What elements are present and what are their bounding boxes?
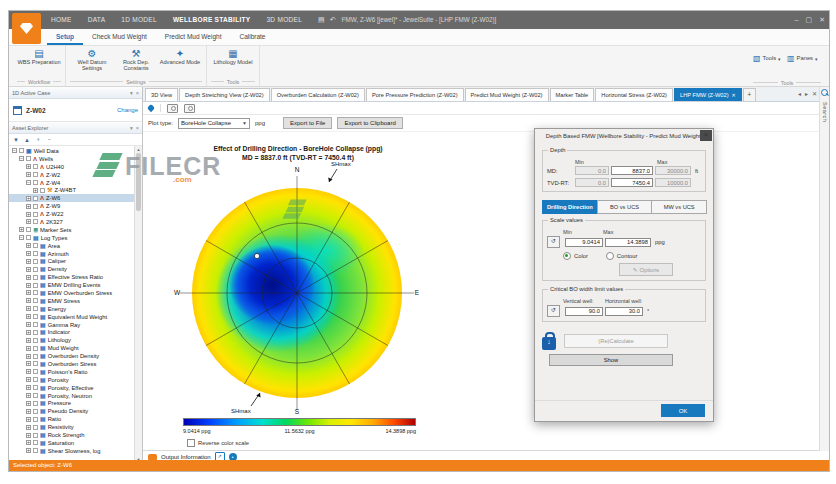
panel-close-icon[interactable]: ×: [136, 90, 139, 96]
tree-checkbox[interactable]: [33, 322, 38, 327]
tree-checkbox[interactable]: [33, 440, 38, 445]
expand-expand-icon[interactable]: +: [26, 298, 31, 303]
dialog-tab-drilling-direction[interactable]: Drilling Direction: [542, 200, 598, 214]
app-logo-icon[interactable]: [12, 13, 41, 44]
tree-item-z-w9[interactable]: +ΛZ-W9: [9, 202, 134, 210]
tree-checkbox[interactable]: [33, 401, 38, 406]
scale-min-field[interactable]: [565, 238, 603, 247]
ok-button[interactable]: OK: [661, 404, 705, 417]
tree-item-shear-slowness-log[interactable]: +▤Shear Slowness, log: [9, 447, 134, 455]
ribbon-button-tools[interactable]: ▧Tools▾: [753, 47, 787, 64]
expand-expand-icon[interactable]: +: [26, 401, 31, 406]
tree-checkbox[interactable]: [33, 164, 38, 169]
md-max-field[interactable]: [655, 166, 691, 175]
tree-checkbox[interactable]: [33, 243, 38, 248]
zoom-out-icon[interactable]: －: [46, 135, 52, 144]
scale-max-field[interactable]: [605, 238, 651, 247]
tree-item-resistivity[interactable]: +▤Resistivity: [9, 423, 134, 431]
subtab-calibrate[interactable]: Calibrate: [230, 29, 274, 45]
tree-checkbox[interactable]: [33, 448, 38, 453]
tree-checkbox[interactable]: [33, 275, 38, 280]
expand-expand-icon[interactable]: +: [26, 196, 31, 201]
subtab-predict-mud-weight[interactable]: Predict Mud Weight: [156, 29, 231, 45]
expand-expand-icon[interactable]: +: [26, 393, 31, 398]
tree-item-azimuth[interactable]: +▤Azimuth: [9, 250, 134, 258]
subtab-check-mud-weight[interactable]: Check Mud Weight: [83, 29, 156, 45]
md-min-field[interactable]: [575, 166, 609, 175]
color-radio[interactable]: Color: [563, 252, 588, 260]
tree-checkbox[interactable]: [33, 290, 38, 295]
export-file-button[interactable]: Export to File: [283, 117, 332, 129]
expand-expand-icon[interactable]: +: [26, 314, 31, 319]
tree-item-caliper[interactable]: +▤Caliper: [9, 257, 134, 265]
tree-checkbox[interactable]: [33, 204, 38, 209]
tree-item-marker-sets[interactable]: +≣Marker Sets: [9, 226, 134, 234]
horizontal-well-field[interactable]: [605, 307, 643, 316]
tree-item-ratio[interactable]: +▤Ratio: [9, 415, 134, 423]
tree-checkbox[interactable]: [26, 227, 31, 232]
tvd-min-field[interactable]: [575, 178, 609, 187]
expand-expand-icon[interactable]: +: [26, 164, 31, 169]
tree-item-emw-drilling-events[interactable]: +▤EMW Drilling Events: [9, 281, 134, 289]
tree-checkbox[interactable]: [33, 409, 38, 414]
tree-checkbox[interactable]: [33, 354, 38, 359]
expand-collapse-icon[interactable]: −: [19, 235, 24, 240]
dialog-close-icon[interactable]: ✕: [700, 130, 712, 141]
expand-expand-icon[interactable]: +: [26, 330, 31, 335]
dialog-title-bar[interactable]: Depth Based FMW [Wellbore Stability - Pr…: [535, 129, 713, 143]
expand-expand-icon[interactable]: +: [26, 267, 31, 272]
expand-expand-icon[interactable]: +: [26, 243, 31, 248]
expand-expand-icon[interactable]: +: [26, 322, 31, 327]
filter-down-icon[interactable]: ▼: [13, 137, 19, 143]
expand-collapse-icon[interactable]: −: [12, 148, 17, 153]
tree-checkbox[interactable]: [33, 314, 38, 319]
undo-icon[interactable]: ↺: [547, 236, 560, 248]
tree-item-equivalent-mud-weight[interactable]: +▤Equivalent Mud Weight: [9, 313, 134, 321]
tree-item-wells[interactable]: −ΛWells: [9, 155, 134, 163]
expand-expand-icon[interactable]: +: [26, 204, 31, 209]
tree-checkbox[interactable]: [33, 338, 38, 343]
ribbon-tab-wellbore-stability[interactable]: WELLBORE STABILITY: [165, 11, 259, 29]
prev-tab-icon[interactable]: ◂: [798, 88, 801, 101]
tree-item-pseudo-density[interactable]: +▤Pseudo Density: [9, 407, 134, 415]
map-pin-icon[interactable]: [147, 104, 155, 112]
ribbon-tab-data[interactable]: DATA: [80, 11, 114, 29]
expand-collapse-icon[interactable]: −: [19, 156, 24, 161]
tree-item-z-w4bt[interactable]: +⚒Z-W4BT: [9, 186, 134, 194]
tree-checkbox[interactable]: [19, 148, 24, 153]
doc-tab-horizontal-stress-z-w02[interactable]: Horizontal Stress (Z-W02): [595, 88, 673, 101]
export-clipboard-button[interactable]: Export to Clipboard: [337, 117, 402, 129]
tree-item-emw-stress[interactable]: +▤EMW Stress: [9, 297, 134, 305]
panel-menu-icon[interactable]: ▾: [130, 90, 133, 96]
tree-item-energy[interactable]: +▤Energy: [9, 305, 134, 313]
expand-collapse-icon[interactable]: −: [26, 180, 31, 185]
tvd-max-field[interactable]: [655, 178, 691, 187]
tree-item-z-w2[interactable]: +ΛZ-W2: [9, 171, 134, 179]
doc-tab-depth-stretching-view-z-w02[interactable]: Depth Stretching View (Z-W02): [179, 88, 270, 101]
expand-expand-icon[interactable]: +: [26, 219, 31, 224]
tree-checkbox[interactable]: [33, 212, 38, 217]
expand-expand-icon[interactable]: +: [26, 306, 31, 311]
tree-checkbox[interactable]: [26, 156, 31, 161]
ribbon-button-wbs-preparation[interactable]: ▤WBS Preparation: [17, 47, 61, 65]
expand-expand-icon[interactable]: +: [26, 346, 31, 351]
tree-item-lithology[interactable]: +▤Lithology: [9, 336, 134, 344]
tree-checkbox[interactable]: [33, 369, 38, 374]
expand-expand-icon[interactable]: +: [26, 212, 31, 217]
search-icon[interactable]: [821, 89, 828, 96]
expand-expand-icon[interactable]: +: [26, 425, 31, 430]
tree-item-porosity-effective[interactable]: +▤Porosity, Effective: [9, 384, 134, 392]
tree-checkbox[interactable]: [40, 188, 45, 193]
expand-expand-icon[interactable]: +: [26, 409, 31, 414]
tree-item-u2h40[interactable]: +ΛU2H40: [9, 163, 134, 171]
expand-expand-icon[interactable]: +: [33, 188, 38, 193]
tree-item-poisson-s-ratio[interactable]: +▤Poisson's Ratio: [9, 368, 134, 376]
tree-checkbox[interactable]: [33, 361, 38, 366]
tree-checkbox[interactable]: [33, 283, 38, 288]
panel-pin-icon[interactable]: ×: [136, 125, 139, 131]
tree-checkbox[interactable]: [33, 259, 38, 264]
tree-item-area[interactable]: +▤Area: [9, 242, 134, 250]
ribbon-button-advanced-mode[interactable]: ✦Advanced Mode: [158, 47, 202, 65]
tvd-value-field[interactable]: [611, 178, 653, 187]
doc-tab-3d-view[interactable]: 3D View: [145, 88, 178, 101]
